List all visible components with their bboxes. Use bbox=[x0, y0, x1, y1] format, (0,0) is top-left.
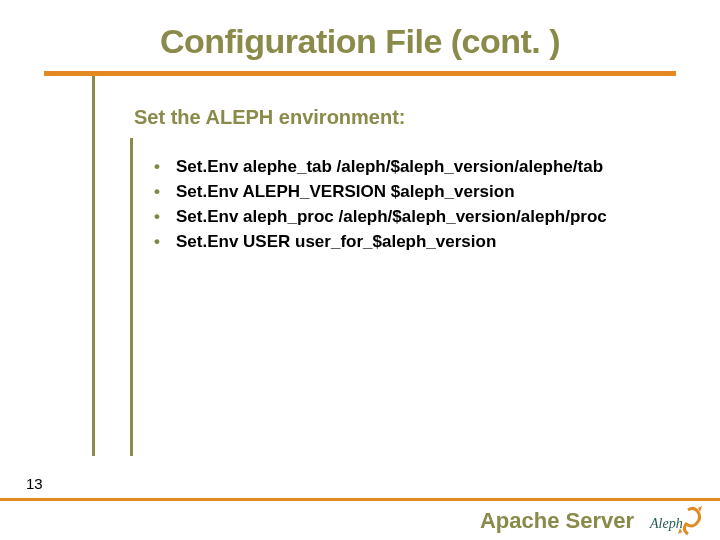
content-area: Set the ALEPH environment: Set.Env aleph… bbox=[44, 76, 720, 456]
slide-title: Configuration File (cont. ) bbox=[0, 0, 720, 71]
footer-bar: Apache Server Aleph bbox=[0, 498, 720, 540]
slide-number: 13 bbox=[26, 475, 43, 492]
aleph-logo-icon: Aleph bbox=[648, 504, 712, 536]
footer-line bbox=[0, 498, 720, 501]
bullet-item: Set.Env alephe_tab /aleph/$aleph_version… bbox=[152, 156, 672, 179]
vertical-rule-outer bbox=[92, 76, 95, 456]
svg-text:Aleph: Aleph bbox=[649, 516, 683, 531]
bullet-item: Set.Env ALEPH_VERSION $aleph_version bbox=[152, 181, 672, 204]
bullet-list: Set.Env alephe_tab /aleph/$aleph_version… bbox=[152, 156, 672, 256]
bullet-item: Set.Env aleph_proc /aleph/$aleph_version… bbox=[152, 206, 672, 229]
vertical-rule-inner bbox=[130, 138, 133, 456]
section-subtitle: Set the ALEPH environment: bbox=[134, 106, 406, 129]
bullet-item: Set.Env USER user_for_$aleph_version bbox=[152, 231, 672, 254]
footer-title: Apache Server bbox=[480, 508, 634, 534]
